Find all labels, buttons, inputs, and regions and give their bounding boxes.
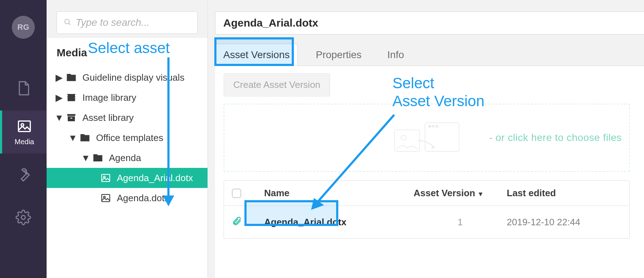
svg-rect-9 xyxy=(75,97,76,99)
caret-down-icon: ▼ xyxy=(57,115,62,120)
main-panel: Agenda_Arial.dotx Asset Versions Propert… xyxy=(208,0,644,278)
dropzone-illustration-icon xyxy=(391,116,463,160)
versions-table: Name Asset Version▼ Last edited Agenda_A… xyxy=(224,180,630,239)
row-name: Agenda_Arial.dotx xyxy=(264,217,347,228)
tree-node-agenda-arial[interactable]: Agenda_Arial.dotx xyxy=(47,168,207,188)
svg-rect-14 xyxy=(102,174,110,182)
document-icon xyxy=(15,80,31,98)
svg-rect-8 xyxy=(75,95,76,96)
tree-node-label: Office templates xyxy=(96,132,163,143)
image-icon xyxy=(16,118,32,136)
col-edited[interactable]: Last edited xyxy=(507,188,621,199)
caret-down-icon: ▼ xyxy=(70,135,75,140)
tree-node-label: Agenda.dotx xyxy=(117,193,169,204)
svg-point-2 xyxy=(22,216,25,220)
col-version[interactable]: Asset Version▼ xyxy=(414,188,507,199)
file-dropzone[interactable]: - or click here to choose files xyxy=(224,104,630,172)
archive-icon xyxy=(66,112,77,123)
tree-node-label: Image library xyxy=(82,92,136,103)
tab-asset-versions[interactable]: Asset Versions xyxy=(215,44,298,66)
tree-node-label: Agenda xyxy=(109,152,141,164)
rail-item-documents[interactable] xyxy=(0,67,47,110)
tree-node-agenda-dotx[interactable]: Agenda.dotx xyxy=(47,188,207,208)
row-version: 1 xyxy=(414,217,507,228)
tree-sidebar: Media ▶ Guideline display visuals ▶ Imag… xyxy=(47,0,208,278)
svg-rect-6 xyxy=(66,97,68,99)
svg-point-21 xyxy=(429,125,431,127)
search-input-wrap[interactable] xyxy=(57,11,197,34)
svg-rect-7 xyxy=(66,99,68,101)
svg-point-3 xyxy=(65,19,70,24)
gear-icon xyxy=(15,209,31,227)
svg-point-22 xyxy=(432,125,434,127)
rail-item-settings[interactable] xyxy=(0,197,47,240)
tree-node-agenda[interactable]: ▼ Agenda xyxy=(47,148,207,168)
col-name[interactable]: Name xyxy=(264,188,414,199)
caret-right-icon: ▶ xyxy=(57,95,62,100)
row-edited: 2019-12-10 22:44 xyxy=(507,217,621,228)
asset-title: Agenda_Arial.dotx xyxy=(215,11,644,34)
create-asset-version-button[interactable]: Create Asset Version xyxy=(224,73,330,96)
tree-node-guideline-visuals[interactable]: ▶ Guideline display visuals xyxy=(47,67,207,88)
folder-icon xyxy=(92,152,103,163)
sort-desc-icon: ▼ xyxy=(477,190,484,198)
tab-bar: Asset Versions Properties Info xyxy=(215,44,644,66)
table-row[interactable]: Agenda_Arial.dotx 1 2019-12-10 22:44 xyxy=(224,206,629,238)
tree-heading: Media xyxy=(47,47,207,67)
tree-node-asset-library[interactable]: ▼ Asset library xyxy=(47,108,207,128)
tree-node-label: Asset library xyxy=(82,112,134,123)
wrench-icon xyxy=(15,166,31,184)
rail-item-tools[interactable] xyxy=(0,154,47,197)
film-icon xyxy=(66,92,77,103)
dropzone-hint: - or click here to choose files xyxy=(489,132,622,143)
caret-right-icon: ▶ xyxy=(57,75,62,80)
tree-node-image-library[interactable]: ▶ Image library xyxy=(47,88,207,108)
svg-point-19 xyxy=(401,135,406,140)
tab-info[interactable]: Info xyxy=(380,44,412,66)
svg-rect-13 xyxy=(71,118,72,119)
tree-node-label: Guideline display visuals xyxy=(82,72,185,83)
folder-icon xyxy=(80,132,90,143)
attachment-icon xyxy=(232,216,264,228)
svg-rect-16 xyxy=(102,194,110,202)
svg-point-23 xyxy=(436,125,438,127)
search-icon xyxy=(63,18,76,27)
rail-item-media[interactable]: Media xyxy=(0,110,47,154)
svg-rect-0 xyxy=(19,121,30,131)
svg-rect-5 xyxy=(66,95,68,96)
folder-icon xyxy=(66,72,77,83)
svg-rect-10 xyxy=(75,99,76,101)
image-file-icon xyxy=(100,173,111,183)
tree-node-label: Agenda_Arial.dotx xyxy=(117,173,193,184)
table-header: Name Asset Version▼ Last edited xyxy=(224,181,629,206)
tab-properties[interactable]: Properties xyxy=(308,44,369,66)
svg-rect-4 xyxy=(67,94,76,101)
image-file-icon xyxy=(100,193,111,203)
left-nav-rail: RG Media xyxy=(0,0,47,278)
tree-node-office-templates[interactable]: ▼ Office templates xyxy=(47,128,207,148)
media-tree: Media ▶ Guideline display visuals ▶ Imag… xyxy=(47,38,207,278)
svg-rect-12 xyxy=(68,116,75,121)
caret-down-icon: ▼ xyxy=(83,155,88,160)
rail-item-label: Media xyxy=(15,138,34,146)
svg-rect-11 xyxy=(67,114,76,116)
select-all-checkbox[interactable] xyxy=(232,189,241,198)
search-input[interactable] xyxy=(76,17,191,28)
avatar[interactable]: RG xyxy=(12,16,35,39)
